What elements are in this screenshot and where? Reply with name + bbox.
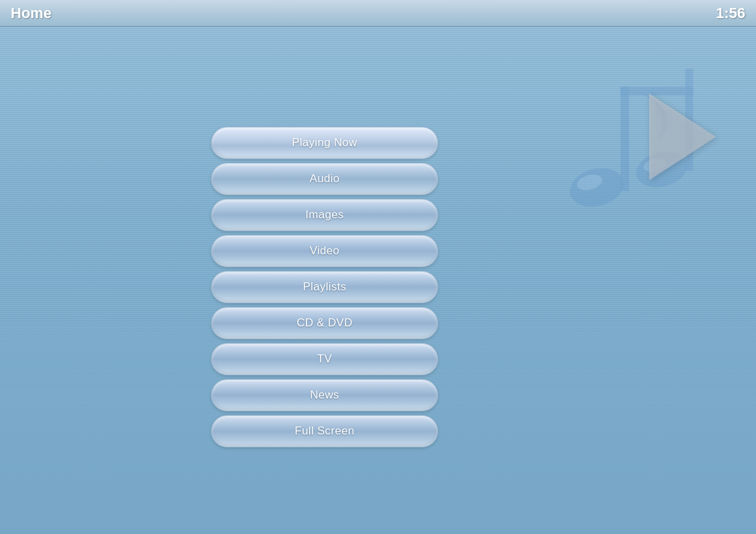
menu-item-cd-dvd[interactable]: CD & DVD bbox=[211, 307, 438, 339]
main-menu: Playing NowAudioImagesVideoPlaylistsCD &… bbox=[211, 127, 438, 447]
top-bar: Home 1:56 bbox=[0, 0, 756, 27]
clock-display: 1:56 bbox=[716, 5, 745, 22]
menu-item-playing-now[interactable]: Playing Now bbox=[211, 127, 438, 159]
menu-item-video[interactable]: Video bbox=[211, 235, 438, 267]
menu-item-playlists[interactable]: Playlists bbox=[211, 271, 438, 303]
menu-item-full-screen[interactable]: Full Screen bbox=[211, 415, 438, 447]
menu-item-audio[interactable]: Audio bbox=[211, 163, 438, 195]
play-arrow-icon bbox=[649, 93, 716, 180]
svg-point-0 bbox=[566, 162, 628, 212]
menu-item-news[interactable]: News bbox=[211, 379, 438, 411]
svg-rect-1 bbox=[620, 87, 629, 191]
page-title: Home bbox=[11, 5, 51, 22]
menu-item-images[interactable]: Images bbox=[211, 199, 438, 231]
menu-item-tv[interactable]: TV bbox=[211, 343, 438, 375]
